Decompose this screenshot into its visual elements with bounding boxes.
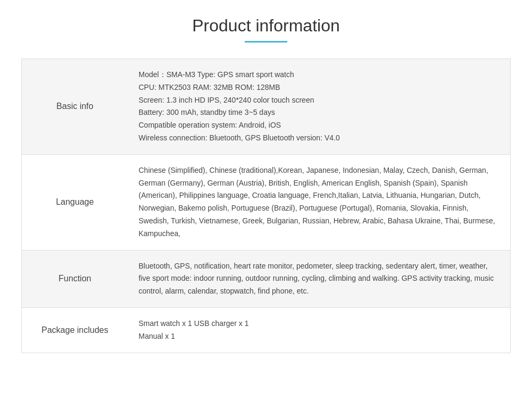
row-value: Bluetooth, GPS, notification, heart rate…: [128, 250, 511, 307]
row-label: Language: [22, 154, 128, 250]
table-row: Basic infoModel：SMA-M3 Type: GPS smart s…: [22, 59, 511, 155]
table-row: Package includesSmart watch x 1 USB char…: [22, 307, 511, 353]
row-label: Function: [22, 250, 128, 307]
row-value: Model：SMA-M3 Type: GPS smart sport watch…: [128, 59, 511, 155]
table-row: LanguageChinese (Simplified), Chinese (t…: [22, 154, 511, 250]
row-label: Basic info: [22, 59, 128, 155]
row-value: Chinese (Simplified), Chinese (tradition…: [128, 154, 511, 250]
page-title: Product information: [21, 16, 511, 36]
row-label: Package includes: [22, 307, 128, 353]
product-info-table: Basic infoModel：SMA-M3 Type: GPS smart s…: [21, 58, 511, 353]
row-value: Smart watch x 1 USB charger x 1Manual x …: [128, 307, 511, 353]
title-underline: [245, 41, 287, 43]
table-row: FunctionBluetooth, GPS, notification, he…: [22, 250, 511, 307]
page-title-container: Product information: [21, 16, 511, 43]
